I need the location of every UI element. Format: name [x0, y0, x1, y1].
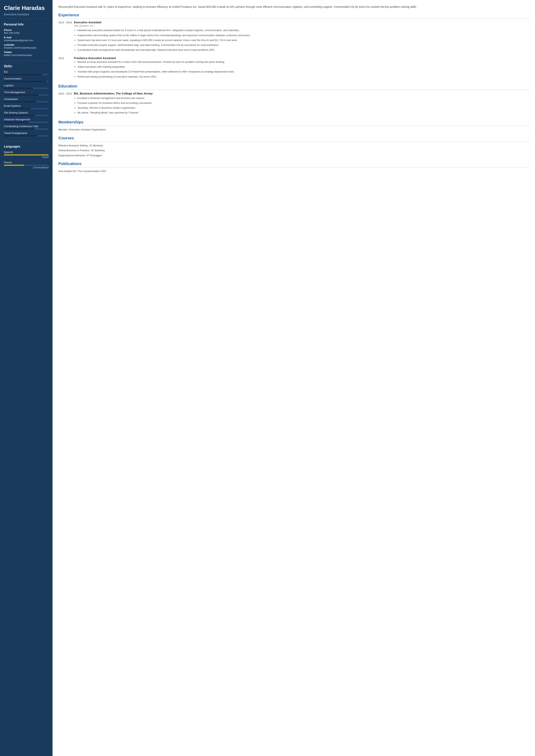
publications-section: Publications How Details Kill, The Count…	[58, 162, 529, 173]
skill-item: Email Systems	[4, 104, 49, 109]
membership-item: Member, Executive Assistant Organization	[58, 128, 529, 132]
publications-items: How Details Kill, The Counterintuitive C…	[58, 169, 529, 173]
skills-title: Skills	[4, 65, 49, 68]
skills-items: EQ Communication Logistics	[4, 70, 49, 136]
language-item: Spanish Fluent	[4, 151, 49, 159]
skills-section: Skills EQ Communication Logistics	[4, 65, 49, 141]
summary: Resourceful Executive Assistant with 5+ …	[58, 5, 529, 9]
sidebar: Clarie Haradas Executive Assistant Perso…	[0, 0, 52, 756]
skill-item: EQ	[4, 70, 49, 75]
personal-info-item: LinkedIn linkedin.com/in/clarieharadas	[4, 43, 49, 49]
personal-info-title: Personal Info	[4, 23, 49, 26]
experience-entry: 2013 Freelance Executive Assistant Worke…	[58, 56, 529, 80]
education-entries: 2010 - 2013 BA, Business Administration,…	[58, 92, 529, 116]
course-item: Organizational Behavior, IIT Kharagpur	[58, 153, 529, 157]
skill-item: Communication	[4, 77, 49, 82]
memberships-items: Member, Executive Assistant Organization	[58, 128, 529, 132]
memberships-title: Memberships	[58, 120, 529, 126]
personal-info-section: Personal Info Phone 862-208-2592E-mail c…	[4, 23, 49, 61]
skill-item: Coordinating Conference Calls	[4, 125, 49, 130]
experience-section: Experience 2013 - 2018 Executive Assista…	[58, 13, 529, 79]
personal-info-item: Phone 862-208-2592	[4, 29, 49, 34]
course-item: Global Business in Practice, UC Berkeley	[58, 148, 529, 152]
personal-info-item: E-mail clarieharadas@gmail.com	[4, 36, 49, 42]
language-item: French Conversational	[4, 161, 49, 169]
skill-item: Travel Arrangements	[4, 132, 49, 136]
memberships-section: Memberships Member, Executive Assistant …	[58, 120, 529, 132]
course-item: Effective Business Writing, UC Berkeley	[58, 144, 529, 148]
education-title: Education	[58, 84, 529, 90]
experience-entry: 2013 - 2018 Executive Assistant ISN Lipm…	[58, 21, 529, 53]
education-entry: 2010 - 2013 BA, Business Administration,…	[58, 92, 529, 116]
personal-info-items: Phone 862-208-2592E-mail clarieharadas@g…	[4, 29, 49, 57]
experience-entries: 2013 - 2018 Executive Assistant ISN Lipm…	[58, 21, 529, 79]
skill-item: File-Sharing Systems	[4, 111, 49, 116]
skill-item: Time Management	[4, 91, 49, 95]
publications-title: Publications	[58, 162, 529, 167]
publication-item: How Details Kill, The Counterintuitive C…	[58, 169, 529, 173]
languages-section: Languages Spanish FluentFrench	[4, 145, 49, 169]
languages-title: Languages	[4, 145, 49, 148]
personal-info-item: Twitter twitter.com/clarieharadas	[4, 51, 49, 57]
skill-item: Database Management	[4, 118, 49, 123]
candidate-name: Clarie Haradas	[4, 5, 49, 12]
main-content: Resourceful Executive Assistant with 5+ …	[52, 0, 535, 756]
experience-title: Experience	[58, 13, 529, 19]
courses-title: Courses	[58, 136, 529, 142]
courses-section: Courses Effective Business Writing, UC B…	[58, 136, 529, 157]
languages-items: Spanish FluentFrench C	[4, 151, 49, 169]
education-section: Education 2010 - 2013 BA, Business Admin…	[58, 84, 529, 116]
candidate-title: Executive Assistant	[4, 13, 49, 19]
skill-item: Logistics	[4, 84, 49, 89]
courses-items: Effective Business Writing, UC BerkeleyG…	[58, 144, 529, 157]
skill-item: Compassion	[4, 97, 49, 102]
